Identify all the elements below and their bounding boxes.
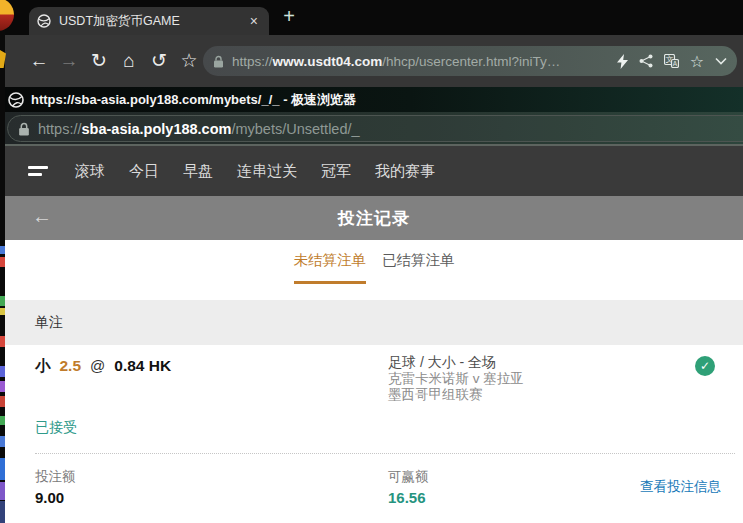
menu-icon[interactable] [28,166,48,176]
tab-unsettled[interactable]: 未结算注单 [294,251,367,284]
share-icon[interactable] [639,54,653,68]
popup-url-text: https://sba-asia.poly188.com/mybets/Unse… [38,121,360,137]
popup-address-bar[interactable]: https://sba-asia.poly188.com/mybets/Unse… [7,115,743,142]
nav-item-today[interactable]: 今日 [129,162,159,181]
site-nav: 滚球 今日 早盘 连串过关 冠军 我的赛事 [5,146,743,196]
at-sign: @ [90,357,105,374]
desktop-icon-fragment [0,381,5,392]
bet-odds: 0.84 HK [114,357,171,374]
reload-icon[interactable]: ↻ [88,48,110,74]
page-title: 投注记录 [5,207,743,230]
forward-icon[interactable]: → [58,48,80,74]
desktop-icon-fragment [0,296,5,306]
accepted-check-icon: ✓ [695,356,715,376]
stake-value: 9.00 [35,489,76,506]
desktop-icon-fragment [0,396,5,407]
popup-title-text: https://sba-asia.poly188.com/mybets/_/_ … [31,91,356,109]
win-value: 16.56 [388,489,429,506]
lightning-icon[interactable] [617,54,628,69]
lock-icon [18,122,30,136]
address-bar[interactable]: https://www.usdt04.com/hhcp/usercenter.h… [203,46,737,76]
translate-icon[interactable]: 文A [664,54,679,68]
stake-label: 投注额 [35,468,76,486]
home-icon[interactable]: ⌂ [118,48,140,74]
browser-toolbar: ← → ↻ ⌂ ↺ ☆ https://www.usdt04.com/hhcp/… [5,35,743,87]
league-name: 墨西哥甲组联赛 [388,387,524,404]
desktop-icon-fragment [0,436,5,447]
view-bet-detail-link[interactable]: 查看投注信息 [640,478,721,496]
win-label: 可赢额 [388,468,429,486]
bookmark-star-icon[interactable]: ☆ [178,48,200,74]
page-body: 未结算注单 已结算注单 单注 小2.5@0.84 HK 足球 / 大小 - 全场… [5,240,743,523]
bet-selection-line: 小2.5@0.84 HK [35,356,171,377]
globe-icon [37,14,51,28]
nav-item-live[interactable]: 滚球 [75,162,105,181]
browser-tab-strip: USDT加密货币GAME × + [5,0,743,35]
bet-market-info: 足球 / 大小 - 全场 克雷卡米诺斯 v 塞拉亚 墨西哥甲组联赛 [388,354,524,404]
desktop-icon-fragment [0,416,5,425]
new-tab-button[interactable]: + [277,5,301,28]
dotted-divider [35,453,735,454]
section-single-bet: 单注 [5,300,743,345]
url-text: https://www.usdt04.com/hhcp/usercenter.h… [232,54,606,69]
globe-icon [8,92,24,108]
popup-window-titlebar: https://sba-asia.poly188.com/mybets/_/_ … [5,87,743,112]
svg-text:A: A [672,60,677,67]
desktop-icon-fragment [0,257,5,267]
desktop-icon-fragment [0,482,5,500]
tab-close-icon[interactable]: × [247,13,261,29]
bet-handicap: 2.5 [60,357,82,374]
desktop-icon-fragment [0,246,5,254]
win-block: 可赢额 16.56 [388,468,429,506]
lock-icon [213,55,224,68]
desktop-icon-fragment [0,458,5,480]
desktop-icon-fragment [0,336,5,347]
nav-item-early[interactable]: 早盘 [183,162,213,181]
chevron-down-icon[interactable] [715,57,727,65]
tab-settled[interactable]: 已结算注单 [382,251,455,284]
bet-tabs: 未结算注单 已结算注单 [5,251,743,284]
nav-item-my-events[interactable]: 我的赛事 [375,162,435,181]
market-name: 足球 / 大小 - 全场 [388,354,524,371]
bookmark-page-icon[interactable]: ☆ [690,52,704,71]
bet-selection: 小 [35,357,51,374]
desktop-strip [0,0,5,523]
desktop-icon-fragment [0,366,5,377]
bet-status: 已接受 [35,419,77,437]
undo-icon[interactable]: ↺ [148,48,170,74]
page-header: ← 投注记录 [5,196,743,240]
nav-item-parlay[interactable]: 连串过关 [237,162,297,181]
nav-item-outright[interactable]: 冠军 [321,162,351,181]
screen: USDT加密货币GAME × + ← → ↻ ⌂ ↺ ☆ https://www… [0,0,743,523]
desktop-icon-fragment [0,308,5,315]
browser-tab[interactable]: USDT加密货币GAME × [29,7,269,35]
match-name: 克雷卡米诺斯 v 塞拉亚 [388,371,524,388]
tab-title: USDT加密货币GAME [59,13,247,30]
section-title: 单注 [35,314,63,332]
popup-address-row: https://sba-asia.poly188.com/mybets/Unse… [5,112,743,146]
stake-block: 投注额 9.00 [35,468,76,506]
back-icon[interactable]: ← [28,48,50,74]
desktop-icon-fragment [0,501,5,523]
